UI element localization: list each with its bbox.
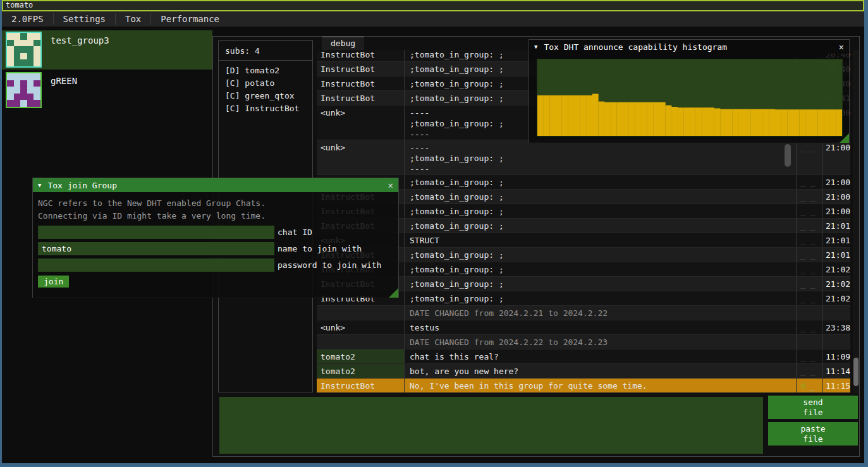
join-field-chat-id[interactable] [38, 226, 274, 239]
system-row[interactable]: DATE CHANGED from 2024.2.22 to 2024.2.23 [317, 335, 850, 349]
sender-name: <unk> [317, 106, 404, 140]
timestamp: 21:00 [822, 204, 850, 218]
join-field-password-to-join-with[interactable] [38, 258, 274, 272]
avatar-pixel [7, 80, 14, 87]
receipt-indicator: _ _ [796, 140, 822, 174]
chat-row[interactable]: tomato2chat is this real?_ _11:09 [317, 349, 850, 364]
avatar-pixel [14, 59, 21, 66]
avatar-pixel [27, 94, 34, 100]
sender-name: <unk> [317, 320, 404, 334]
avatar-pixel [20, 40, 27, 47]
join-info-line-2: Connecting via ID might take a very long… [38, 210, 393, 222]
chat-row[interactable]: <unk>testus_ _23:38 [317, 320, 850, 335]
avatar-pixel [27, 87, 34, 94]
avatar-pixel [7, 94, 14, 100]
receipt-indicator: _ _ [796, 291, 822, 305]
timestamp: 11:09 [822, 349, 850, 363]
menu-item-performance[interactable]: Performance [151, 11, 229, 27]
resize-grip-icon[interactable] [840, 133, 849, 143]
system-row[interactable]: DATE CHANGED from 2024.2.21 to 2024.2.22 [317, 306, 850, 320]
avatar-pixel [20, 80, 27, 87]
timestamp [822, 335, 850, 349]
sender-name: InstructBot [317, 91, 404, 105]
avatar-pixel [14, 40, 21, 47]
avatar-pixel [34, 80, 40, 87]
histogram-body [529, 54, 849, 143]
join-button[interactable]: join [38, 276, 69, 288]
menu-bar: 2.0FPSSettingsToxPerformance [2, 11, 864, 27]
subs-separator [219, 60, 312, 61]
collapse-arrow-icon[interactable]: ▼ [38, 182, 41, 188]
avatar-pixel [20, 59, 27, 66]
avatar-pixel [20, 73, 27, 80]
message-text: DATE CHANGED from 2024.2.21 to 2024.2.22 [404, 306, 796, 320]
group-item-test-group3[interactable]: test_group3 [2, 30, 212, 70]
message-text: chat is this real? [404, 349, 796, 363]
avatar-pixel [27, 80, 34, 87]
avatar-pixel [14, 33, 21, 40]
avatar-pixel [20, 53, 27, 60]
chat-row[interactable]: <unk>---- ;tomato_in_group: ; ----_ _21:… [317, 140, 850, 175]
avatar-pixel [27, 53, 34, 60]
chat-row[interactable]: tomato2bot, are you new here?_ _11:14 [317, 364, 850, 379]
menu-item-tox[interactable]: Tox [116, 11, 150, 27]
contact-sidebar: test_group3gREEN [2, 27, 212, 110]
close-icon[interactable]: ✕ [388, 181, 393, 190]
subs-member-c-green-qtox: [C] green_qtox [225, 90, 312, 102]
join-field-label: name to join with [278, 244, 362, 253]
histogram-title-bar: ▼ Tox DHT announce capability histogram … [529, 40, 849, 54]
sender-name: tomato2 [317, 364, 404, 378]
avatar-pixel [14, 53, 21, 60]
message-input[interactable] [219, 397, 763, 454]
message-text: ;tomato_in_group: ; [404, 262, 796, 276]
join-fields: chat IDtomatoname to join withpassword t… [38, 226, 393, 272]
join-field-name-to-join-with[interactable]: tomato [38, 242, 274, 255]
chat-scrollbar-thumb[interactable] [853, 358, 859, 386]
avatar-pixel [20, 94, 27, 100]
avatar-pixel [34, 73, 40, 80]
receipt-indicator: _ _ [796, 233, 822, 247]
menu-item-settings[interactable]: Settings [54, 11, 115, 27]
timestamp: 21:01 [822, 248, 850, 262]
resize-grip-icon[interactable] [389, 288, 398, 298]
message-text: ---- ;tomato_in_group: ; ---- [404, 140, 796, 174]
chat-scrollbar-track[interactable] [853, 50, 859, 393]
avatar-pixel [34, 33, 40, 40]
timestamp: 11:14 [822, 364, 850, 378]
message-scrollbar-thumb[interactable] [785, 144, 791, 167]
message-text: ;tomato_in_group: ; [404, 204, 796, 218]
sender-name: InstructBot [317, 379, 404, 392]
chat-row[interactable]: InstructBotNo, I've been in this group f… [317, 379, 850, 393]
receipt-indicator: _ _ [796, 262, 822, 276]
tab-debug[interactable]: debug [322, 37, 364, 50]
window-title-bar: tomato [2, 0, 864, 11]
histogram-bars [537, 59, 842, 136]
sender-name: tomato2 [317, 349, 404, 363]
message-text: testus [404, 320, 796, 334]
sender-name: <unk> [317, 140, 404, 174]
avatar-pixel [34, 100, 40, 107]
close-icon[interactable]: ✕ [839, 42, 844, 51]
message-text: ;tomato_in_group: ; [404, 190, 796, 203]
avatar-pixel [34, 40, 40, 47]
paste-file-button[interactable]: paste file [768, 422, 858, 446]
avatar-pixel [27, 46, 34, 53]
receipt-indicator [796, 306, 822, 320]
avatar-pixel [7, 59, 14, 66]
subs-count-label: subs: 4 [225, 46, 312, 56]
timestamp: 21:02 [822, 291, 850, 305]
message-text: bot, are you new here? [404, 364, 796, 378]
join-group-title: Tox join Group [47, 181, 117, 190]
receipt-indicator: _ _ [796, 320, 822, 334]
message-text: ;tomato_in_group: ; [404, 277, 796, 291]
group-name: gREEN [51, 76, 77, 110]
group-item-green[interactable]: gREEN [2, 71, 212, 110]
timestamp: 21:01 [822, 219, 850, 233]
avatar-pixel [7, 33, 14, 40]
undelivered-mark: _ [810, 381, 815, 391]
collapse-arrow-icon[interactable]: ▼ [534, 44, 537, 50]
send-file-button[interactable]: send file [768, 396, 858, 419]
histogram-title: Tox DHT announce capability histogram [544, 42, 727, 52]
app-title: tomato [6, 1, 33, 9]
histogram-window: ▼ Tox DHT announce capability histogram … [529, 39, 850, 143]
